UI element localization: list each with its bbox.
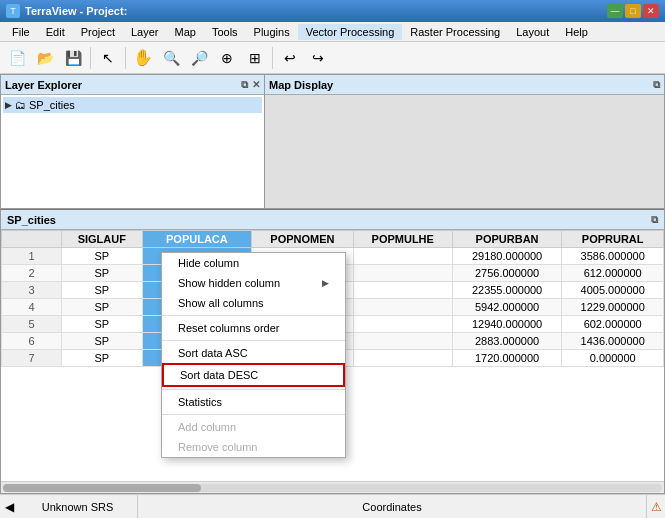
ctx-sep-3: [162, 389, 345, 390]
menu-project[interactable]: Project: [73, 24, 123, 40]
ctx-sort-desc[interactable]: Sort data DESC: [162, 363, 345, 387]
row-id: 6: [2, 333, 62, 350]
col-popmulhe[interactable]: POPMULHE: [353, 231, 452, 248]
cursor-button[interactable]: ↖: [95, 45, 121, 71]
table-section: SP_cities ⧉ SIGLAUF POPULACA POPNOMEN PO…: [0, 209, 665, 494]
table-float-btn[interactable]: ⧉: [651, 214, 658, 226]
menu-vector-processing[interactable]: Vector Processing: [298, 24, 403, 40]
menu-layout[interactable]: Layout: [508, 24, 557, 40]
redo-button[interactable]: ↪: [305, 45, 331, 71]
menu-bar: File Edit Project Layer Map Tools Plugin…: [0, 22, 665, 42]
status-bar: ◀ Unknown SRS Coordinates ⚠: [0, 494, 665, 518]
col-populaca[interactable]: POPULACA: [142, 231, 252, 248]
ctx-reset-columns[interactable]: Reset columns order: [162, 318, 345, 338]
ctx-add-column: Add column: [162, 417, 345, 437]
cell-popmulhe: [353, 282, 452, 299]
cell-poprural: 1436.000000: [562, 333, 664, 350]
menu-map[interactable]: Map: [166, 24, 203, 40]
cell-poprural: 4005.000000: [562, 282, 664, 299]
upper-section: Layer Explorer ⧉ ✕ ▶ 🗂 SP_cities Map Dis…: [0, 74, 665, 209]
scrollbar-thumb[interactable]: [3, 484, 201, 492]
cell-popurban: 5942.000000: [452, 299, 562, 316]
col-poprural[interactable]: POPRURAL: [562, 231, 664, 248]
ctx-sort-asc[interactable]: Sort data ASC: [162, 343, 345, 363]
status-srs-segment: Unknown SRS: [18, 495, 138, 518]
toolbar-sep-1: [90, 47, 91, 69]
layer-explorer-close-btn[interactable]: ✕: [252, 79, 260, 91]
new-button[interactable]: 📄: [4, 45, 30, 71]
table-title: SP_cities: [7, 214, 56, 226]
menu-edit[interactable]: Edit: [38, 24, 73, 40]
horizontal-scrollbar[interactable]: [1, 481, 664, 493]
menu-help[interactable]: Help: [557, 24, 596, 40]
status-warning-icon[interactable]: ⚠: [647, 498, 665, 516]
cell-poprural: 0.000000: [562, 350, 664, 367]
ctx-sep-2: [162, 340, 345, 341]
cell-popmulhe: [353, 248, 452, 265]
ctx-hide-column[interactable]: Hide column: [162, 253, 345, 273]
ctx-show-all-columns[interactable]: Show all columns: [162, 293, 345, 313]
zoom-pan-button[interactable]: ⊕: [214, 45, 240, 71]
menu-tools[interactable]: Tools: [204, 24, 246, 40]
maximize-button[interactable]: □: [625, 4, 641, 18]
col-popurban[interactable]: POPURBAN: [452, 231, 562, 248]
undo-button[interactable]: ↩: [277, 45, 303, 71]
ctx-sep-4: [162, 414, 345, 415]
col-siglauf[interactable]: SIGLAUF: [62, 231, 143, 248]
ctx-statistics[interactable]: Statistics: [162, 392, 345, 412]
cell-siglauf: SP: [62, 265, 143, 282]
layer-explorer: Layer Explorer ⧉ ✕ ▶ 🗂 SP_cities: [0, 74, 265, 209]
zoom-in-button[interactable]: 🔍: [158, 45, 184, 71]
context-menu: Hide column Show hidden column ▶ Show al…: [161, 252, 346, 458]
status-left-icon[interactable]: ◀: [0, 498, 18, 516]
map-display-title: Map Display: [269, 79, 333, 91]
layer-name: SP_cities: [29, 99, 75, 111]
minimize-button[interactable]: —: [607, 4, 623, 18]
data-table-wrapper[interactable]: SIGLAUF POPULACA POPNOMEN POPMULHE POPUR…: [1, 230, 664, 481]
toolbar-sep-2: [125, 47, 126, 69]
open-button[interactable]: 📂: [32, 45, 58, 71]
cell-popmulhe: [353, 333, 452, 350]
cell-popurban: 1720.000000: [452, 350, 562, 367]
col-popnomen[interactable]: POPNOMEN: [252, 231, 354, 248]
cell-popurban: 22355.000000: [452, 282, 562, 299]
map-display-float-btn[interactable]: ⧉: [653, 79, 660, 91]
map-display-controls: ⧉: [653, 79, 660, 91]
cell-siglauf: SP: [62, 316, 143, 333]
menu-raster-processing[interactable]: Raster Processing: [402, 24, 508, 40]
layer-explorer-header: Layer Explorer ⧉ ✕: [1, 75, 264, 95]
layer-explorer-controls: ⧉ ✕: [241, 79, 260, 91]
window-controls: — □ ✕: [607, 4, 659, 18]
title-bar: T TerraView - Project: — □ ✕: [0, 0, 665, 22]
layer-tree: ▶ 🗂 SP_cities: [1, 95, 264, 208]
layer-explorer-float-btn[interactable]: ⧉: [241, 79, 248, 91]
layer-icon: 🗂: [15, 99, 26, 111]
cell-poprural: 1229.000000: [562, 299, 664, 316]
menu-layer[interactable]: Layer: [123, 24, 167, 40]
ctx-sep-1: [162, 315, 345, 316]
menu-file[interactable]: File: [4, 24, 38, 40]
cell-siglauf: SP: [62, 299, 143, 316]
cell-poprural: 3586.000000: [562, 248, 664, 265]
menu-plugins[interactable]: Plugins: [246, 24, 298, 40]
cell-popurban: 12940.000000: [452, 316, 562, 333]
toolbar: 📄 📂 💾 ↖ ✋ 🔍 🔎 ⊕ ⊞ ↩ ↪: [0, 42, 665, 74]
status-srs-text: Unknown SRS: [42, 501, 114, 513]
cell-poprural: 612.000000: [562, 265, 664, 282]
row-id: 7: [2, 350, 62, 367]
map-display: Map Display ⧉: [265, 74, 665, 209]
cell-poprural: 602.000000: [562, 316, 664, 333]
close-button[interactable]: ✕: [643, 4, 659, 18]
layer-tree-item[interactable]: ▶ 🗂 SP_cities: [3, 97, 262, 113]
table-header-row: SIGLAUF POPULACA POPNOMEN POPMULHE POPUR…: [2, 231, 664, 248]
table-controls: ⧉: [651, 214, 658, 226]
zoom-out-button[interactable]: 🔎: [186, 45, 212, 71]
pan-button[interactable]: ✋: [130, 45, 156, 71]
ctx-show-hidden-column[interactable]: Show hidden column ▶: [162, 273, 345, 293]
toolbar-sep-3: [272, 47, 273, 69]
save-button[interactable]: 💾: [60, 45, 86, 71]
map-canvas[interactable]: [265, 95, 664, 208]
title-bar-left: T TerraView - Project:: [6, 4, 127, 18]
select-button[interactable]: ⊞: [242, 45, 268, 71]
row-id: 4: [2, 299, 62, 316]
